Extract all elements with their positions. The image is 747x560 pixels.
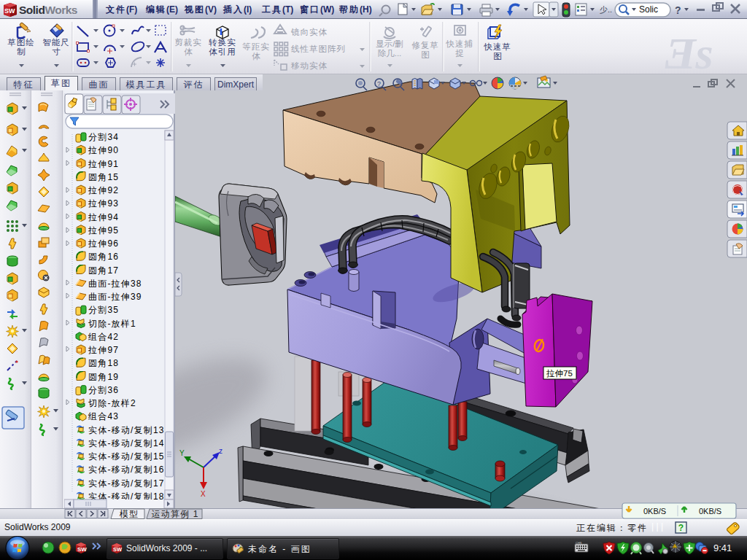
svg-text:圆角16: 圆角16 xyxy=(88,252,119,262)
svg-text:Y: Y xyxy=(179,449,185,457)
svg-text:拉伸90: 拉伸90 xyxy=(88,145,119,155)
svg-text:少..: 少.. xyxy=(600,5,612,14)
svg-text:等距实: 等距实 xyxy=(242,42,270,51)
svg-text:圆角17: 圆角17 xyxy=(88,265,119,276)
svg-text:组合43: 组合43 xyxy=(88,411,119,421)
svg-text:切除-放样1: 切除-放样1 xyxy=(88,319,136,329)
svg-text:分割35: 分割35 xyxy=(88,305,119,315)
svg-text:拉伸75: 拉伸75 xyxy=(546,369,573,378)
svg-text:线性草图阵列: 线性草图阵列 xyxy=(291,44,346,53)
svg-text:实体-移动/复制16: 实体-移动/复制16 xyxy=(88,464,165,475)
svg-text:Solic: Solic xyxy=(639,4,658,15)
svg-text:z: z xyxy=(219,447,222,455)
svg-text:圆角15: 圆角15 xyxy=(88,172,119,182)
svg-text:曲面-拉伸38: 曲面-拉伸38 xyxy=(88,279,142,289)
svg-text:运动算例 1: 运动算例 1 xyxy=(151,509,198,519)
svg-text:!: ! xyxy=(674,545,675,549)
svg-text:图: 图 xyxy=(493,52,502,61)
svg-text:寸: 寸 xyxy=(52,47,61,56)
svg-text:移动实体: 移动实体 xyxy=(291,61,328,70)
svg-text:圆角18: 圆角18 xyxy=(88,358,119,368)
svg-text:捉: 捉 xyxy=(455,49,464,58)
svg-text:图: 图 xyxy=(421,50,430,59)
svg-text:草图绘: 草图绘 xyxy=(7,38,35,47)
svg-text:模型: 模型 xyxy=(120,509,139,519)
svg-text:SW: SW xyxy=(77,546,87,553)
svg-text:拉伸94: 拉伸94 xyxy=(88,212,119,222)
svg-text:分割36: 分割36 xyxy=(88,385,119,395)
svg-text:SW: SW xyxy=(113,546,123,553)
svg-text:9:41: 9:41 xyxy=(713,542,732,553)
svg-text:显示/删: 显示/删 xyxy=(376,39,403,48)
svg-text:快速捕: 快速捕 xyxy=(445,39,473,48)
svg-text:分割34: 分割34 xyxy=(88,132,119,142)
svg-text:修复草: 修复草 xyxy=(411,41,439,50)
svg-text:圆角19: 圆角19 xyxy=(88,372,119,382)
svg-text:拉伸93: 拉伸93 xyxy=(88,198,119,209)
svg-text:体引用: 体引用 xyxy=(209,47,236,56)
svg-text:制: 制 xyxy=(17,47,26,56)
svg-text:拉伸96: 拉伸96 xyxy=(88,238,119,249)
svg-text:拉伸92: 拉伸92 xyxy=(88,185,119,195)
svg-text:剪裁实: 剪裁实 xyxy=(174,38,202,47)
svg-text:SolidWorks: SolidWorks xyxy=(19,4,77,16)
svg-text:X: X xyxy=(201,490,206,498)
svg-text:转换实: 转换实 xyxy=(208,38,236,47)
svg-text:?: ? xyxy=(678,523,684,533)
svg-text:拉伸95: 拉伸95 xyxy=(88,225,119,236)
svg-text:体: 体 xyxy=(184,47,193,56)
svg-text:实体-移动/复制14: 实体-移动/复制14 xyxy=(88,438,165,448)
svg-text:拉伸97: 拉伸97 xyxy=(88,345,119,355)
svg-text:CHS: CHS xyxy=(576,541,582,545)
svg-text:智能尺: 智能尺 xyxy=(42,38,70,47)
svg-text:曲面-拉伸39: 曲面-拉伸39 xyxy=(88,292,142,302)
svg-text:实体-移动/复制17: 实体-移动/复制17 xyxy=(88,478,165,489)
svg-text:Ǝs: Ǝs xyxy=(665,28,713,74)
svg-text:除几...: 除几... xyxy=(378,49,402,58)
svg-text:?: ? xyxy=(377,80,381,88)
svg-text:实体-移动/复制13: 实体-移动/复制13 xyxy=(88,425,165,435)
svg-text:?: ? xyxy=(675,4,681,16)
svg-text:组合42: 组合42 xyxy=(88,332,119,342)
svg-text:体: 体 xyxy=(252,52,260,61)
svg-text:镜向实体: 镜向实体 xyxy=(290,28,328,36)
svg-text:拉伸91: 拉伸91 xyxy=(88,159,119,169)
svg-text:快速草: 快速草 xyxy=(483,42,511,51)
svg-text:SW: SW xyxy=(4,7,15,15)
svg-text:0KB/S: 0KB/S xyxy=(643,507,666,516)
svg-text:切除-放样2: 切除-放样2 xyxy=(88,398,136,408)
svg-text:0KB/S: 0KB/S xyxy=(699,507,721,516)
svg-text:实体-移动/复制15: 实体-移动/复制15 xyxy=(88,451,165,462)
